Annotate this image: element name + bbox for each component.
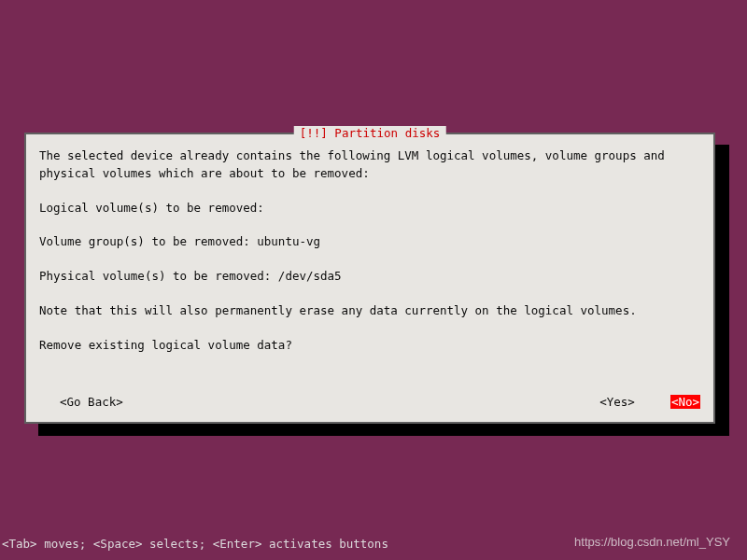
no-button[interactable]: <No> xyxy=(670,395,700,409)
go-back-button[interactable]: <Go Back> xyxy=(60,395,123,409)
volume-group-line: Volume group(s) to be removed: ubuntu-vg xyxy=(39,233,700,251)
dialog-title: [!!] Partition disks xyxy=(294,126,446,140)
intro-text: The selected device already contains the… xyxy=(39,147,700,183)
dialog-content: The selected device already contains the… xyxy=(26,134,713,354)
physical-volume-line: Physical volume(s) to be removed: /dev/s… xyxy=(39,268,700,286)
yes-button[interactable]: <Yes> xyxy=(599,395,635,409)
confirm-question: Remove existing logical volume data? xyxy=(39,337,700,355)
dialog-title-text: [!!] Partition disks xyxy=(300,126,441,140)
partition-disks-dialog: [!!] Partition disks The selected device… xyxy=(24,133,715,424)
erase-note: Note that this will also permanently era… xyxy=(39,302,700,320)
logical-volume-line: Logical volume(s) to be removed: xyxy=(39,200,700,217)
watermark: https://blog.csdn.net/ml_YSY xyxy=(574,535,730,549)
help-bar: <Tab> moves; <Space> selects; <Enter> ac… xyxy=(0,537,388,551)
button-row: <Go Back> <Yes> <No> xyxy=(39,395,700,409)
